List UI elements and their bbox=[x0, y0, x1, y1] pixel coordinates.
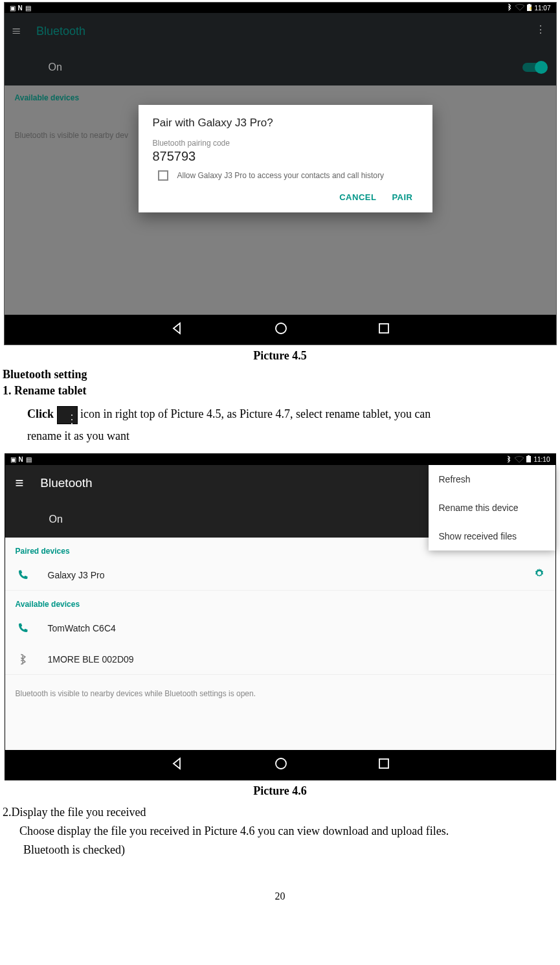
dialog-subtitle: Bluetooth pairing code bbox=[153, 139, 418, 148]
device-name: Galaxy J3 Pro bbox=[48, 570, 105, 580]
n-notif-icon: N bbox=[18, 5, 23, 12]
bluetooth-switch[interactable] bbox=[522, 63, 546, 72]
svg-point-3 bbox=[276, 323, 286, 334]
status-time: 11:07 bbox=[534, 5, 550, 12]
svg-rect-5 bbox=[526, 456, 531, 462]
rename-instruction-line1: Click icon in right top of Picture 4.5, … bbox=[0, 403, 560, 425]
dialog-title: Pair with Galaxy J3 Pro? bbox=[153, 117, 418, 130]
menu-show-received[interactable]: Show received files bbox=[429, 522, 555, 551]
svg-point-7 bbox=[276, 758, 286, 769]
recents-icon[interactable] bbox=[378, 323, 390, 337]
bluetooth-device-icon bbox=[16, 652, 30, 666]
svg-text:⚡: ⚡ bbox=[528, 5, 532, 11]
display-file-text: Choose display the file you received in … bbox=[0, 822, 560, 841]
battery-icon bbox=[526, 455, 531, 464]
nav-bar bbox=[5, 750, 555, 780]
wifi-icon bbox=[515, 4, 524, 12]
appbar-title: Bluetooth bbox=[40, 476, 92, 490]
wifi-icon bbox=[515, 456, 524, 464]
status-bar: ▣ N ▤ ⚡ 11:07 bbox=[5, 3, 556, 13]
home-icon[interactable] bbox=[274, 757, 287, 773]
svg-rect-8 bbox=[379, 759, 388, 768]
bluetooth-switch-label: On bbox=[49, 62, 62, 73]
svg-rect-4 bbox=[379, 324, 388, 333]
bluetooth-checked-text: Bluetooth is checked) bbox=[0, 841, 560, 859]
sd-notif-icon: ▤ bbox=[26, 456, 32, 463]
phone-icon bbox=[16, 568, 30, 582]
menu-refresh[interactable]: Refresh bbox=[429, 465, 555, 494]
bluetooth-menu-screenshot: ▣ N ▤ 11:10 ≡ Bluetooth On Refresh bbox=[5, 453, 556, 780]
device-name: TomWatch C6C4 bbox=[48, 623, 116, 633]
recents-icon[interactable] bbox=[378, 758, 390, 772]
picture-notif-icon: ▣ bbox=[10, 5, 16, 12]
cancel-button[interactable]: CANCEL bbox=[339, 192, 376, 202]
paired-device-row[interactable]: Galaxy J3 Pro bbox=[5, 560, 555, 591]
rename-instruction-line2: rename it as you want bbox=[0, 425, 560, 447]
n-notif-icon: N bbox=[19, 456, 23, 463]
bluetooth-setting-heading: Bluetooth setting bbox=[0, 368, 560, 381]
more-vert-inline-icon bbox=[57, 406, 78, 424]
bluetooth-status-icon bbox=[506, 455, 512, 464]
more-vert-icon[interactable]: ⋮ bbox=[535, 23, 546, 36]
page-number: 20 bbox=[0, 891, 560, 902]
allow-contacts-checkbox[interactable] bbox=[158, 170, 168, 181]
svg-rect-1 bbox=[528, 4, 530, 5]
bluetooth-appbar: ≡ Bluetooth ⋮ On bbox=[5, 13, 556, 85]
available-device-row[interactable]: 1MORE BLE 002D09 bbox=[5, 644, 555, 675]
rename-instruction-tail: icon in right top of Picture 4.5, as Pic… bbox=[80, 407, 431, 420]
device-name: 1MORE BLE 002D09 bbox=[48, 654, 134, 664]
available-devices-label: Available devices bbox=[5, 591, 555, 613]
hamburger-icon[interactable]: ≡ bbox=[12, 23, 21, 40]
svg-rect-6 bbox=[528, 455, 530, 456]
pair-button[interactable]: PAIR bbox=[392, 192, 412, 202]
overflow-menu: Refresh Rename this device Show received… bbox=[429, 465, 555, 551]
bluetooth-appbar: ≡ Bluetooth On Refresh Rename this devic… bbox=[5, 465, 555, 538]
phone-icon bbox=[16, 621, 30, 635]
figure-caption-2: Picture 4.6 bbox=[0, 784, 560, 798]
rename-tablet-heading: 1. Rename tablet bbox=[0, 384, 560, 398]
nav-bar bbox=[5, 315, 556, 345]
appbar-title: Bluetooth bbox=[36, 25, 85, 38]
status-bar: ▣ N ▤ 11:10 bbox=[5, 454, 555, 465]
back-icon[interactable] bbox=[171, 757, 184, 773]
sd-notif-icon: ▤ bbox=[25, 5, 31, 12]
figure-caption-1: Picture 4.5 bbox=[0, 349, 560, 363]
available-devices-label: Available devices bbox=[5, 85, 556, 106]
bluetooth-pairing-screenshot: ▣ N ▤ ⚡ 11:07 ≡ Bluetooth ⋮ On bbox=[4, 2, 557, 345]
bluetooth-switch-label: On bbox=[49, 514, 63, 525]
home-icon[interactable] bbox=[274, 322, 287, 337]
menu-rename-device[interactable]: Rename this device bbox=[429, 494, 555, 522]
hamburger-icon[interactable]: ≡ bbox=[16, 475, 24, 492]
available-device-row[interactable]: TomWatch C6C4 bbox=[5, 613, 555, 644]
visibility-text: Bluetooth is visible to nearby devices w… bbox=[5, 675, 555, 750]
allow-contacts-label: Allow Galaxy J3 Pro to access your conta… bbox=[177, 171, 384, 180]
battery-icon: ⚡ bbox=[527, 4, 532, 12]
pairing-code: 875793 bbox=[153, 149, 418, 164]
status-time: 11:10 bbox=[533, 456, 550, 463]
display-file-heading: 2.Display the file you received bbox=[0, 803, 560, 822]
pairing-dialog: Pair with Galaxy J3 Pro? Bluetooth pairi… bbox=[139, 105, 432, 212]
bluetooth-status-icon bbox=[506, 3, 513, 12]
back-icon[interactable] bbox=[171, 322, 184, 337]
switch-thumb-icon bbox=[535, 61, 548, 74]
picture-notif-icon: ▣ bbox=[10, 456, 16, 463]
settings-gear-icon[interactable] bbox=[533, 567, 545, 582]
click-label: Click bbox=[27, 407, 57, 420]
